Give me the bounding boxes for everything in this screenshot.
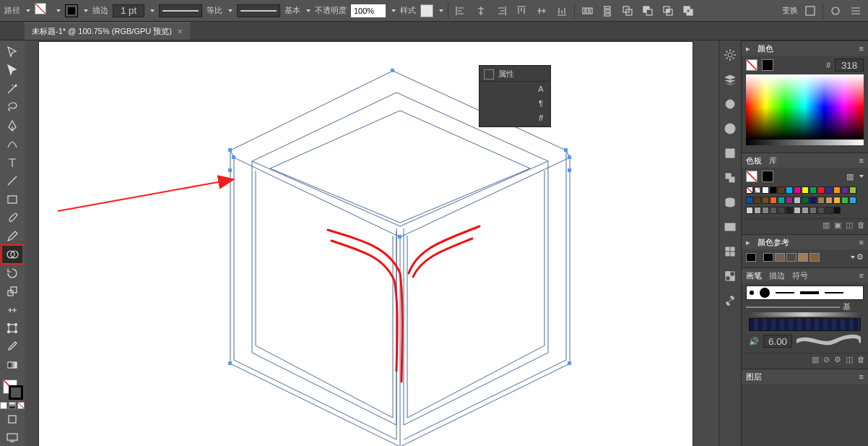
brush-artstroke-1[interactable] [749, 318, 861, 331]
isolate-icon[interactable] [828, 3, 843, 19]
align-bottom-icon[interactable] [554, 3, 570, 19]
distribute-h-icon[interactable] [579, 3, 595, 19]
color-spectrum[interactable] [746, 74, 864, 140]
eyedropper-tool[interactable] [2, 338, 22, 355]
stroke-swatch[interactable] [65, 4, 78, 17]
rotate-tool[interactable] [2, 265, 22, 281]
new-color-group-icon[interactable]: ▣ [834, 220, 841, 230]
chevron-down-icon[interactable] [859, 175, 864, 178]
chevron-down-icon[interactable] [228, 9, 233, 12]
chevron-down-icon[interactable] [851, 256, 855, 259]
chevron-down-icon[interactable] [150, 9, 155, 12]
chevron-down-icon[interactable] [391, 9, 396, 12]
brush-list[interactable] [746, 286, 864, 300]
stroke-width-input[interactable] [113, 4, 144, 17]
layers-tab[interactable]: 图层 [746, 372, 762, 382]
brush-options-icon[interactable]: ⚙ [834, 355, 841, 364]
style-swatch[interactable] [420, 4, 433, 17]
panel-menu-icon[interactable]: ≡ [859, 238, 864, 246]
line-tool[interactable] [2, 172, 22, 189]
color-guide-tab[interactable]: 颜色参考 [758, 237, 789, 248]
align-right-icon[interactable] [493, 3, 509, 19]
distribute-v-icon[interactable] [599, 3, 615, 19]
fill-stroke-control[interactable] [1, 378, 23, 399]
new-swatch-icon[interactable]: ◫ [846, 220, 853, 230]
curvature-tool[interactable] [2, 135, 22, 152]
libraries-tab[interactable]: 库 [769, 155, 777, 166]
color-mode-none[interactable] [17, 402, 25, 409]
opacity-value[interactable]: 100% [351, 4, 386, 17]
paintbrush-tool[interactable] [2, 209, 22, 226]
delete-swatch-icon[interactable]: 🗑 [857, 220, 865, 230]
panel-menu-icon[interactable]: ≡ [859, 156, 864, 165]
opentype-tab-icon[interactable]: fl [539, 113, 543, 122]
free-transform-tool[interactable] [2, 320, 22, 336]
lasso-tool[interactable] [2, 98, 22, 115]
navigator-icon[interactable] [721, 218, 739, 236]
swatch-black[interactable] [762, 171, 773, 182]
align-center-v-icon[interactable] [534, 3, 550, 19]
appearance-icon[interactable] [721, 95, 739, 113]
shape-builder-tool[interactable] [2, 246, 22, 262]
transform-menu-icon[interactable] [802, 3, 818, 19]
pathfinder-exclude-icon[interactable] [680, 3, 696, 19]
chevron-down-icon[interactable] [439, 9, 443, 12]
align-top-icon[interactable] [513, 3, 529, 19]
remove-brush-stroke-icon[interactable]: ⊘ [823, 355, 830, 364]
delete-brush-icon[interactable]: 🗑 [857, 355, 865, 364]
paragraph-tab-icon[interactable]: ¶ [539, 99, 543, 108]
stroke-black-icon[interactable] [762, 59, 773, 71]
gradient-tool[interactable] [2, 356, 22, 373]
align-center-h-icon[interactable] [473, 3, 489, 19]
brushes-tab[interactable]: 画笔 [746, 270, 762, 281]
magic-wand-tool[interactable] [2, 80, 22, 97]
transparency-icon[interactable] [721, 267, 739, 285]
gear-icon[interactable] [721, 46, 739, 64]
asset-export-icon[interactable] [721, 169, 739, 186]
color-mode-gradient[interactable] [9, 402, 16, 409]
hex-input[interactable] [835, 59, 864, 72]
chevron-down-icon[interactable] [84, 9, 88, 12]
swatch-none[interactable] [746, 171, 758, 182]
swatch-grid-row2[interactable] [746, 195, 864, 205]
close-icon[interactable]: × [178, 27, 183, 37]
edit-colors-icon[interactable]: ⚙ [856, 252, 864, 262]
variable-width-profile[interactable] [159, 4, 202, 17]
pen-tool[interactable] [2, 117, 22, 134]
rectangle-tool[interactable] [2, 191, 22, 207]
collapse-icon[interactable]: ▸ [746, 238, 750, 247]
pencil-tool[interactable] [2, 228, 22, 244]
artboards-icon[interactable] [721, 145, 739, 162]
align-left-icon[interactable] [453, 3, 469, 19]
type-tool[interactable] [2, 154, 22, 171]
brush-definition[interactable] [237, 4, 280, 17]
stroke-panel-tab[interactable]: 描边 [769, 270, 785, 281]
color-mode-solid[interactable] [0, 402, 7, 409]
screen-mode[interactable] [2, 429, 22, 446]
chevron-down-icon[interactable] [56, 9, 61, 12]
fill-none-icon[interactable] [746, 59, 758, 71]
info-icon[interactable] [721, 120, 739, 137]
panel-menu-icon[interactable]: ≡ [859, 44, 864, 53]
graphic-styles-icon[interactable] [721, 243, 739, 260]
layers-icon[interactable] [721, 71, 739, 88]
swatch-library-icon[interactable]: ▥ [823, 220, 830, 230]
swatches-tab[interactable]: 色板 [746, 155, 762, 166]
links-icon[interactable] [721, 292, 739, 309]
swatch-grid-row3[interactable] [746, 205, 864, 215]
document-tab[interactable]: 未标题-1* @ 100.75% (RGB/GPU 预览) × [25, 22, 190, 40]
pathfinder-unite-icon[interactable] [620, 3, 635, 19]
arrange-menu-icon[interactable] [848, 3, 864, 19]
color-tab[interactable]: 颜色 [758, 43, 773, 54]
scale-tool[interactable] [2, 283, 22, 299]
fill-stroke-swatch[interactable] [35, 3, 51, 19]
swatch-grid[interactable] [746, 185, 864, 195]
panel-menu-icon[interactable]: ≡ [859, 372, 864, 381]
brush-library-icon[interactable]: ▥ [812, 355, 819, 364]
swatch-list-icon[interactable]: ▥ [846, 172, 854, 181]
width-tool[interactable] [2, 301, 22, 318]
draw-mode-normal[interactable] [2, 411, 22, 427]
brush-size-input[interactable] [763, 335, 792, 348]
pathfinder-minus-icon[interactable] [640, 3, 656, 19]
pathfinder-intersect-icon[interactable] [660, 3, 676, 19]
